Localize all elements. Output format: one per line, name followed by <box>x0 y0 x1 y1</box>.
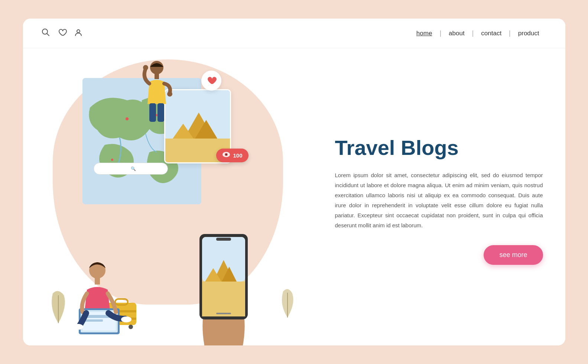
header: home | about | contact | product <box>23 19 565 48</box>
map-search-icon: 🔍 <box>131 166 164 171</box>
nav-about[interactable]: about <box>441 30 472 37</box>
illustration-area: LOREMIPSUM 🔍 <box>23 48 313 345</box>
svg-rect-48 <box>216 313 231 314</box>
hero-title: Travel Blogs <box>335 136 543 159</box>
nav-contact[interactable]: contact <box>474 30 509 37</box>
header-icons <box>42 28 82 39</box>
eye-icon <box>222 152 230 159</box>
svg-point-20 <box>167 91 172 97</box>
svg-rect-47 <box>216 238 231 241</box>
svg-rect-18 <box>155 74 159 79</box>
svg-point-30 <box>73 324 83 330</box>
nav-product[interactable]: product <box>511 30 547 37</box>
svg-line-1 <box>47 33 49 36</box>
svg-rect-24 <box>95 278 100 285</box>
phone-hand <box>183 227 264 345</box>
svg-point-16 <box>225 154 227 155</box>
svg-rect-43 <box>202 282 245 316</box>
page-container: home | about | contact | product <box>23 19 565 345</box>
hero-description: Lorem ipsum dolor sit amet, consectetur … <box>335 170 543 230</box>
nav-links: home | about | contact | product <box>409 29 547 37</box>
leaf-right-decoration <box>276 286 298 316</box>
heart-notification <box>201 71 221 91</box>
svg-point-5 <box>126 117 129 120</box>
person-sitting <box>71 260 131 327</box>
nav-home[interactable]: home <box>409 30 440 37</box>
svg-point-31 <box>121 316 131 322</box>
svg-point-7 <box>111 159 113 161</box>
person-standing <box>138 59 175 123</box>
views-count: 100 <box>233 152 243 159</box>
search-icon[interactable] <box>42 28 50 39</box>
main-content: LOREMIPSUM 🔍 <box>23 48 565 345</box>
map-search-bar[interactable]: 🔍 <box>94 163 168 175</box>
views-notification: 100 <box>216 149 248 162</box>
svg-point-2 <box>77 30 80 33</box>
svg-rect-22 <box>157 103 164 122</box>
heart-icon[interactable] <box>58 28 66 39</box>
see-more-button[interactable]: see more <box>484 245 543 265</box>
text-area: Travel Blogs Lorem ipsum dolor sit amet,… <box>313 48 565 345</box>
user-icon[interactable] <box>74 28 82 39</box>
svg-rect-29 <box>84 319 103 322</box>
svg-point-19 <box>143 65 148 70</box>
leaf-left-decoration <box>45 286 71 323</box>
svg-point-17 <box>150 61 163 74</box>
svg-rect-21 <box>149 103 156 122</box>
